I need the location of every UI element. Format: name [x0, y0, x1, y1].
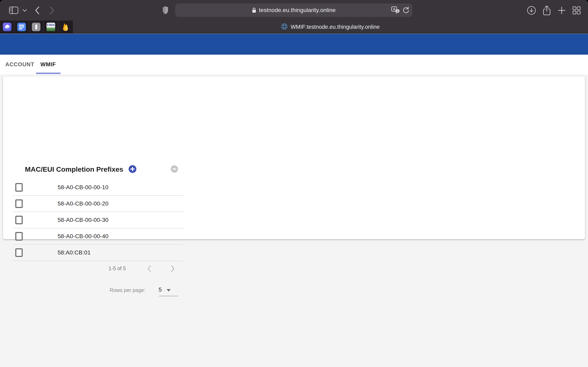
- forward-icon[interactable]: [50, 6, 54, 15]
- section-title: MAC/EUI Completion Prefixes: [25, 165, 123, 173]
- tab-overview-icon[interactable]: [572, 6, 581, 15]
- url-text: testnode.eu.thingularity.online: [259, 7, 336, 13]
- browser-window: testnode.eu.thingularity.online A x: [0, 0, 588, 367]
- tab-account[interactable]: ACCOUNT: [5, 55, 34, 75]
- active-tab[interactable]: WMIF:testnode.eu.thingularity.online: [73, 21, 588, 33]
- share-icon[interactable]: [543, 5, 551, 16]
- pinned-tab-firebase[interactable]: [58, 21, 73, 33]
- table-row[interactable]: 58-A0-CB-00-00-40: [12, 228, 183, 245]
- privacy-shield-icon[interactable]: [162, 6, 168, 15]
- add-prefix-button[interactable]: [129, 165, 136, 173]
- globe-favicon: [281, 23, 288, 31]
- reload-icon[interactable]: [403, 7, 409, 14]
- next-page-button[interactable]: [168, 264, 177, 273]
- prefix-value: 58-A0-CB-00-00-10: [58, 184, 108, 191]
- pagination-range: 1-5 of 5: [100, 266, 135, 271]
- rows-per-page-arrow-icon[interactable]: [167, 289, 171, 292]
- toolbar-divider: [20, 6, 21, 14]
- translate-icon[interactable]: A x: [391, 6, 400, 14]
- remove-prefix-button[interactable]: [171, 165, 178, 173]
- tab-bar: USDA: [0, 21, 588, 34]
- prefix-value: 58:A0:CB:01: [58, 249, 91, 256]
- pinned-tab-info[interactable]: [29, 21, 44, 33]
- remove-icon: [171, 165, 178, 173]
- prev-page-button[interactable]: [145, 264, 154, 273]
- prefix-value: 58-A0-CB-00-00-40: [58, 233, 108, 240]
- rows-per-page-value[interactable]: 5: [159, 287, 162, 293]
- info-favicon: [32, 23, 40, 31]
- active-tab-title: WMIF:testnode.eu.thingularity.online: [291, 24, 380, 30]
- settings-tabs: ACCOUNT WMIF: [0, 55, 588, 75]
- page-content: MAC/EUI Completion Prefixes 58-A0-CB-00-…: [0, 75, 588, 367]
- cloud-app-favicon: [3, 23, 11, 31]
- pinned-tab-docs[interactable]: [15, 21, 29, 33]
- download-icon[interactable]: [527, 6, 536, 15]
- row-checkbox[interactable]: [15, 248, 23, 257]
- pinned-tab-usda[interactable]: USDA: [44, 21, 58, 33]
- table-row[interactable]: 58:A0:CB:01: [12, 245, 183, 261]
- url-bar[interactable]: testnode.eu.thingularity.online A x: [175, 3, 412, 17]
- row-checkbox[interactable]: [15, 183, 23, 192]
- tab-wmif[interactable]: WMIF: [40, 55, 56, 75]
- row-checkbox[interactable]: [15, 216, 23, 224]
- app-bar: Settings Admin ?: [0, 34, 588, 55]
- add-icon: [129, 165, 136, 173]
- prefix-list: 58-A0-CB-00-00-10 58-A0-CB-00-00-20 58-A…: [12, 179, 183, 261]
- wmif-card: MAC/EUI Completion Prefixes 58-A0-CB-00-…: [3, 76, 585, 239]
- table-row[interactable]: 58-A0-CB-00-00-20: [12, 196, 183, 212]
- document-list-favicon: [17, 23, 26, 31]
- tab-group-chevron-icon[interactable]: [23, 9, 27, 12]
- next-page-icon: [171, 265, 175, 273]
- usda-favicon-label: USDA: [47, 23, 55, 27]
- svg-text:x: x: [397, 10, 398, 13]
- rows-per-page-underline: [159, 296, 178, 296]
- table-row[interactable]: 58-A0-CB-00-00-30: [12, 212, 183, 228]
- row-checkbox[interactable]: [15, 200, 23, 208]
- usda-favicon: USDA: [47, 23, 55, 31]
- back-icon[interactable]: [35, 6, 40, 15]
- lock-icon: [252, 7, 256, 13]
- pinned-tab-cloud[interactable]: [0, 21, 15, 33]
- usda-favicon-field: [47, 27, 55, 31]
- new-tab-icon[interactable]: [558, 7, 565, 14]
- prefix-value: 58-A0-CB-00-00-30: [58, 217, 108, 223]
- row-checkbox[interactable]: [15, 232, 23, 241]
- prev-page-icon: [147, 265, 151, 273]
- firebase-flame-favicon: [61, 23, 70, 31]
- browser-toolbar: testnode.eu.thingularity.online A x: [0, 0, 588, 21]
- active-tab-underline: [36, 73, 61, 74]
- svg-text:A: A: [393, 7, 396, 11]
- rows-per-page-label: Rows per page:: [104, 287, 145, 293]
- pinned-tabs: USDA: [0, 21, 73, 33]
- sidebar-icon[interactable]: [9, 7, 18, 14]
- table-row[interactable]: 58-A0-CB-00-00-10: [12, 179, 183, 196]
- prefix-value: 58-A0-CB-00-00-20: [58, 200, 108, 207]
